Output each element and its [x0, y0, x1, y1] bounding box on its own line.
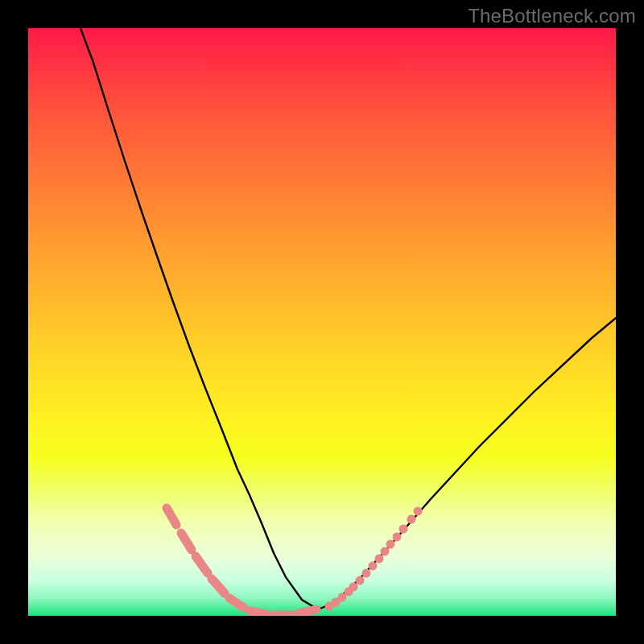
- svg-point-21: [407, 515, 416, 524]
- watermark-text: TheBottleneck.com: [468, 5, 636, 27]
- svg-point-13: [356, 576, 365, 585]
- svg-line-5: [250, 611, 266, 614]
- svg-line-7: [299, 609, 316, 613]
- outer-frame: TheBottleneck.com: [0, 0, 644, 644]
- svg-point-17: [381, 547, 390, 556]
- highlight-bottom: [250, 609, 316, 615]
- svg-point-12: [349, 583, 358, 592]
- svg-line-0: [167, 508, 176, 525]
- svg-point-18: [386, 540, 395, 549]
- highlight-left: [167, 508, 244, 608]
- svg-point-19: [393, 533, 402, 542]
- svg-point-20: [399, 525, 408, 534]
- svg-line-4: [229, 598, 244, 608]
- svg-point-14: [362, 569, 371, 578]
- svg-line-1: [181, 533, 192, 550]
- svg-point-15: [369, 562, 378, 571]
- svg-line-3: [212, 579, 225, 593]
- svg-line-2: [196, 556, 208, 573]
- curve-layer: [28, 28, 616, 616]
- highlight-right: [325, 507, 423, 611]
- bottleneck-curve: [80, 28, 616, 609]
- svg-point-22: [414, 507, 423, 516]
- svg-point-16: [375, 555, 384, 564]
- plot-area: [28, 28, 616, 616]
